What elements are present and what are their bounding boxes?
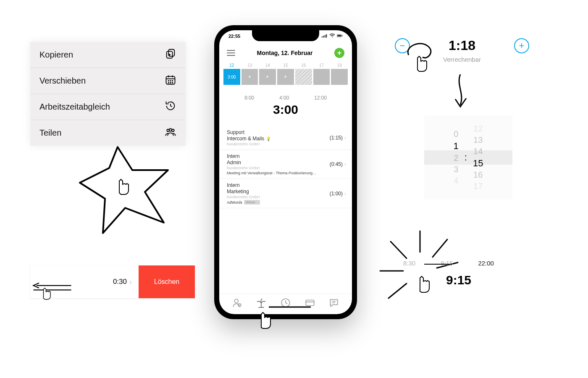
phone-mockup: 22:55 Montag, 12. Februar + 12 3:00 bbox=[214, 25, 357, 319]
week-day[interactable]: 12 3:00 bbox=[223, 63, 240, 85]
week-day[interactable]: 14 ✈ bbox=[259, 63, 276, 85]
time-entry[interactable]: Intern Marketing hundertzehn GmbH AdWord… bbox=[219, 179, 352, 208]
swipe-gesture-annotation bbox=[30, 271, 81, 309]
chevron-right-icon: › bbox=[129, 278, 132, 286]
increment-button[interactable]: + bbox=[514, 38, 529, 53]
menu-item-share[interactable]: Teilen bbox=[30, 120, 186, 146]
people-icon bbox=[165, 126, 176, 140]
burst-annotation bbox=[63, 145, 181, 237]
svg-rect-19 bbox=[325, 35, 326, 37]
chevron-right-icon: › bbox=[344, 191, 346, 197]
chevron-right-icon: › bbox=[344, 135, 346, 141]
tab-profile[interactable] bbox=[232, 297, 243, 310]
week-day[interactable]: 13 ✈ bbox=[242, 63, 258, 85]
add-button[interactable]: + bbox=[334, 48, 344, 58]
week-strip[interactable]: 12 3:00 13 ✈ 14 ✈ 15 ✈ 16 bbox=[219, 63, 352, 85]
week-day[interactable]: 16 bbox=[295, 63, 312, 85]
svg-point-16 bbox=[172, 129, 174, 132]
time-picker[interactable]: 0 1 2 3 4 : 12 13 14 15 16 17 bbox=[424, 116, 512, 200]
svg-point-25 bbox=[234, 299, 238, 303]
week-day[interactable]: 17 bbox=[313, 63, 330, 85]
delete-button[interactable]: Löschen bbox=[139, 265, 195, 298]
lightbulb-icon: 💡 bbox=[266, 136, 271, 141]
time-entry[interactable]: Support Intercom & Mails 💡 hundertzehn G… bbox=[219, 126, 352, 150]
total-c: 12:00 bbox=[314, 95, 327, 101]
chevron-right-icon: › bbox=[344, 161, 346, 167]
stepper-value: 1:18 bbox=[449, 38, 475, 53]
big-total: 3:00 bbox=[219, 102, 352, 117]
wifi-icon bbox=[329, 34, 335, 39]
svg-rect-17 bbox=[322, 37, 323, 38]
menu-button[interactable] bbox=[227, 50, 235, 56]
svg-point-21 bbox=[332, 37, 333, 37]
svg-point-10 bbox=[172, 81, 173, 81]
svg-point-15 bbox=[169, 129, 172, 131]
context-menu: Kopieren Verschieben Arbeitszeitabgleich… bbox=[30, 42, 186, 146]
swipe-row-duration: 0:30 bbox=[113, 278, 127, 286]
header-title: Montag, 12. Februar bbox=[257, 50, 312, 56]
svg-point-12 bbox=[170, 82, 171, 83]
total-b: 4:00 bbox=[279, 95, 289, 101]
svg-point-9 bbox=[170, 81, 171, 81]
time-end[interactable]: 22:00 bbox=[478, 260, 494, 267]
entries-list: Support Intercom & Mails 💡 hundertzehn G… bbox=[219, 126, 352, 208]
svg-rect-20 bbox=[326, 34, 327, 38]
menu-item-worktime[interactable]: Arbeitszeitabgleich bbox=[30, 94, 186, 120]
menu-item-label: Teilen bbox=[39, 128, 61, 138]
menu-item-copy[interactable]: Kopieren bbox=[30, 42, 186, 68]
tap-annotation bbox=[252, 301, 315, 339]
phone-notch bbox=[252, 30, 319, 41]
time-entry[interactable]: Intern Admin hundertzehn GmbH Meeting mi… bbox=[219, 150, 352, 179]
menu-item-label: Arbeitszeitabgleich bbox=[39, 102, 110, 112]
plane-icon: ✈ bbox=[248, 75, 252, 79]
calendar-icon bbox=[165, 74, 176, 88]
copy-icon bbox=[165, 48, 176, 62]
svg-line-37 bbox=[388, 284, 407, 298]
svg-line-34 bbox=[391, 242, 407, 258]
phone-screen: 22:55 Montag, 12. Februar + 12 3:00 bbox=[219, 30, 352, 314]
battery-icon bbox=[337, 34, 343, 39]
time-callout: 9:15 bbox=[446, 273, 471, 287]
arrow-annotation bbox=[448, 72, 473, 110]
svg-point-8 bbox=[168, 81, 169, 81]
total-a: 8:00 bbox=[244, 95, 254, 101]
tap-annotation bbox=[407, 265, 441, 303]
menu-item-label: Verschieben bbox=[39, 76, 86, 86]
history-icon bbox=[165, 100, 176, 114]
tap-annotation bbox=[402, 40, 440, 78]
svg-point-13 bbox=[172, 82, 173, 83]
week-day[interactable]: 15 ✈ bbox=[277, 63, 294, 85]
status-time: 22:55 bbox=[228, 34, 240, 39]
plane-icon: ✈ bbox=[284, 75, 287, 79]
totals-row: 8:00 4:00 12:00 bbox=[219, 93, 352, 102]
signal-icon bbox=[322, 34, 328, 39]
plane-icon: ✈ bbox=[266, 75, 269, 79]
svg-rect-24 bbox=[342, 35, 342, 37]
menu-item-label: Kopieren bbox=[39, 50, 73, 60]
app-header: Montag, 12. Februar + bbox=[219, 45, 352, 62]
svg-line-35 bbox=[433, 239, 447, 257]
menu-item-move[interactable]: Verschieben bbox=[30, 68, 186, 94]
svg-rect-18 bbox=[323, 36, 324, 37]
svg-rect-23 bbox=[337, 35, 341, 37]
week-day[interactable]: 18 bbox=[331, 63, 348, 85]
delete-button-label: Löschen bbox=[154, 278, 180, 286]
svg-point-11 bbox=[168, 82, 169, 83]
picker-selection-band bbox=[424, 150, 512, 165]
tab-chat[interactable] bbox=[328, 297, 339, 310]
